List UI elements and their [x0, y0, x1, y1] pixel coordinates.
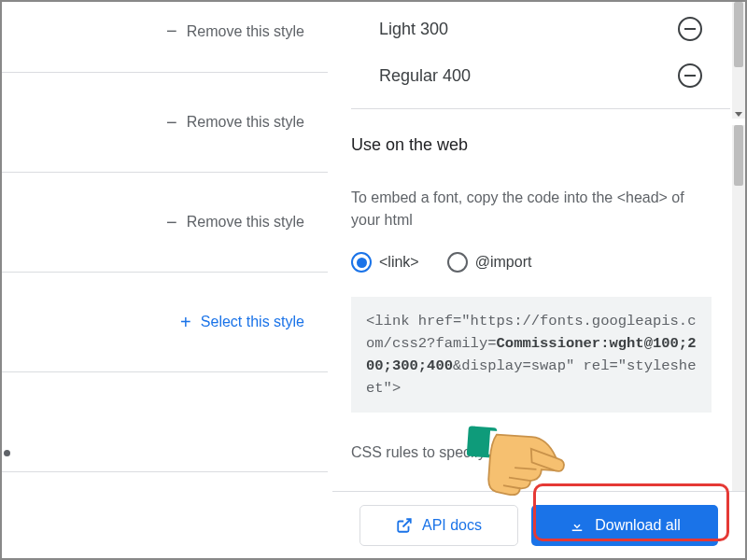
radio-link[interactable]: <link> — [351, 252, 419, 273]
select-style-link[interactable]: + Select this style — [178, 312, 304, 333]
remove-style-label: Remove this style — [187, 114, 304, 131]
weight-row: Regular 400 — [351, 52, 730, 99]
use-on-web-title: Use on the web — [351, 135, 730, 155]
remove-style-link[interactable]: − Remove this style — [164, 21, 304, 42]
embed-code-block[interactable]: <link href="https://fonts.googleapis.com… — [351, 297, 712, 413]
weights-scrollbar[interactable] — [732, 2, 745, 119]
style-row: − Remove this style — [2, 73, 328, 173]
remove-weight-icon[interactable] — [678, 17, 702, 41]
radio-import[interactable]: @import — [447, 252, 532, 273]
download-all-label: Download all — [595, 517, 681, 534]
bullet-dot-icon — [4, 450, 10, 456]
open-in-new-icon — [396, 517, 413, 534]
scrollbar-thumb[interactable] — [734, 2, 743, 67]
style-row: + Select this style — [2, 273, 328, 372]
minus-icon: − — [164, 21, 179, 42]
font-style-list: − Remove this style − Remove this style … — [2, 2, 329, 558]
embed-method-radios: <link> @import — [351, 252, 730, 273]
style-row: − Remove this style — [2, 9, 328, 73]
download-icon — [569, 517, 585, 534]
remove-style-label: Remove this style — [187, 214, 304, 231]
drawer-footer: API docs Download all — [332, 491, 745, 558]
use-on-web-section: Use on the web To embed a font, copy the… — [351, 109, 730, 461]
radio-link-label: <link> — [379, 254, 419, 271]
remove-style-link[interactable]: − Remove this style — [164, 112, 304, 133]
radio-import-label: @import — [475, 254, 532, 271]
weight-name: Light 300 — [379, 20, 448, 39]
svg-line-0 — [402, 519, 410, 526]
css-rules-heading: CSS rules to specify families — [351, 444, 730, 461]
api-docs-label: API docs — [422, 517, 482, 534]
selected-weights-list: Light 300 Regular 400 — [351, 2, 730, 109]
plus-icon: + — [178, 312, 193, 333]
use-on-web-description: To embed a font, copy the code into the … — [351, 187, 730, 231]
weight-name: Regular 400 — [379, 66, 471, 86]
api-docs-button[interactable]: API docs — [359, 505, 518, 546]
select-style-label: Select this style — [201, 314, 304, 330]
selection-drawer: Light 300 Regular 400 Use on the web To … — [329, 2, 745, 558]
drawer-scrollbar[interactable] — [732, 125, 745, 491]
weight-row: Light 300 — [351, 6, 730, 52]
radio-unchecked-icon — [447, 252, 468, 273]
style-row — [2, 372, 328, 472]
minus-icon: − — [164, 112, 179, 133]
minus-icon: − — [164, 212, 179, 233]
scrollbar-thumb[interactable] — [734, 125, 743, 186]
remove-weight-icon[interactable] — [678, 63, 702, 88]
radio-checked-icon — [351, 252, 372, 273]
download-all-button[interactable]: Download all — [531, 505, 718, 546]
style-row: − Remove this style — [2, 173, 328, 273]
remove-style-link[interactable]: − Remove this style — [164, 212, 304, 233]
scrollbar-arrow-down-icon[interactable] — [735, 112, 742, 117]
remove-style-label: Remove this style — [187, 23, 304, 40]
